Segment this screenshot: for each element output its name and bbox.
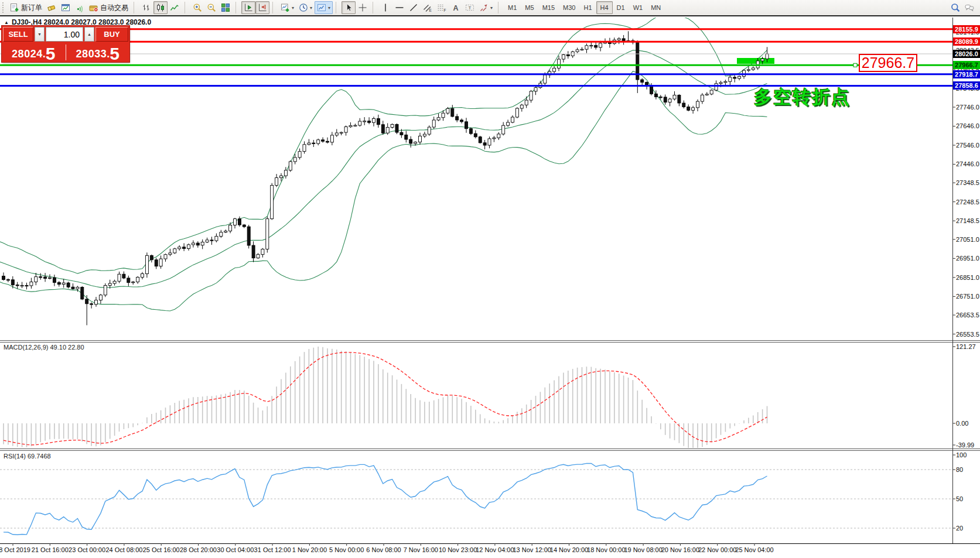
candle-body-bearish xyxy=(682,103,685,107)
cursor-button[interactable] xyxy=(342,1,356,14)
bid-frac: 5 xyxy=(46,47,56,60)
bar-chart-button[interactable] xyxy=(139,1,153,14)
tile-windows-button[interactable] xyxy=(218,1,233,14)
auto-scroll-button[interactable] xyxy=(241,1,255,14)
price-tick-label: 27446.0 xyxy=(956,160,979,167)
time-tick-label: 19 Nov 08:00 xyxy=(624,546,662,553)
time-tick-label: 25 Oct 16:00 xyxy=(143,546,180,553)
time-tick-label: 14 Nov 20:00 xyxy=(550,546,588,553)
timeframe-d1-button[interactable]: D1 xyxy=(613,1,629,14)
volume-decrease-button[interactable]: ▼ xyxy=(35,27,45,42)
line-chart-button[interactable] xyxy=(168,1,182,14)
candle-body-bullish xyxy=(752,68,754,70)
timeframe-m1-button[interactable]: M1 xyxy=(504,1,521,14)
annotation-text[interactable]: 多空转折点 xyxy=(754,85,851,109)
templates-dropdown-arrow-icon[interactable]: ▾ xyxy=(328,5,330,11)
candle-body-bullish xyxy=(99,295,102,300)
rsi-tick-label: 20 xyxy=(956,525,979,532)
candle-body-bullish xyxy=(132,282,135,282)
candle-body-bullish xyxy=(192,243,194,245)
candle-body-bullish xyxy=(437,118,440,120)
auto-scroll-icon xyxy=(244,3,253,12)
market-watch-window-button[interactable] xyxy=(59,1,73,14)
zoom-out-button[interactable] xyxy=(204,1,218,14)
timeframe-m5-button[interactable]: M5 xyxy=(521,1,538,14)
bollinger-lower-band[interactable] xyxy=(0,71,767,311)
candle-body-bullish xyxy=(169,253,172,255)
candle-body-bearish xyxy=(451,108,454,117)
candle-body-bullish xyxy=(220,232,223,237)
new-chart-button[interactable]: ▾ xyxy=(278,1,296,14)
trendline-button[interactable] xyxy=(407,1,421,14)
timeframe-h4-button[interactable]: H4 xyxy=(596,1,613,14)
candle-body-bullish xyxy=(493,138,496,139)
chart-shift-button[interactable] xyxy=(255,1,269,14)
templates-icon xyxy=(317,3,326,12)
vertical-line-button[interactable] xyxy=(378,1,392,14)
candle-body-bearish xyxy=(25,285,28,286)
text-button[interactable]: A xyxy=(449,1,463,14)
signals-button[interactable] xyxy=(73,1,87,14)
zoom-in-button[interactable] xyxy=(190,1,204,14)
arrows-button[interactable]: ▾ xyxy=(477,1,495,14)
candle-body-bearish xyxy=(11,280,14,285)
candle-body-bearish xyxy=(322,140,325,141)
candle-body-bullish xyxy=(49,278,52,278)
candle-body-bullish xyxy=(224,231,227,232)
period-profiles-icon xyxy=(299,3,308,12)
cursor-icon xyxy=(344,3,353,12)
trendline-icon xyxy=(409,3,418,12)
timeframe-h1-button[interactable]: H1 xyxy=(579,1,596,14)
price-tick-label: 26653.5 xyxy=(956,311,979,319)
price-callout-box[interactable]: 27966.7 xyxy=(859,54,917,72)
new-order-button[interactable]: 新订单 xyxy=(8,1,45,14)
styler-button[interactable] xyxy=(45,1,59,14)
timeframe-w1-button[interactable]: W1 xyxy=(629,1,647,14)
period-profiles-dropdown-arrow-icon[interactable]: ▾ xyxy=(310,5,312,11)
time-tick-label: 10 Nov 23:00 xyxy=(439,546,477,553)
candle-body-bullish xyxy=(668,99,671,102)
candle-body-bearish xyxy=(641,80,644,83)
timeframe-w1-label: W1 xyxy=(631,4,645,11)
fibonacci-button[interactable]: F xyxy=(435,1,449,14)
collapse-arrow-icon[interactable]: ▲ xyxy=(4,20,9,25)
ask-price[interactable]: 28033.5 xyxy=(66,43,130,62)
callout-anchor-marker[interactable] xyxy=(853,63,857,67)
templates-button[interactable]: ▾ xyxy=(315,1,333,14)
timeframe-m5-label: M5 xyxy=(523,4,535,11)
candle-body-bullish xyxy=(562,55,565,60)
equidistant-channel-button[interactable]: E xyxy=(421,1,435,14)
crosshair-button[interactable] xyxy=(356,1,370,14)
horizontal-line-button[interactable] xyxy=(392,1,407,14)
timeframe-m30-button[interactable]: M30 xyxy=(559,1,579,14)
timeframe-m15-button[interactable]: M15 xyxy=(538,1,559,14)
volume-input[interactable]: 1.00 xyxy=(46,27,83,42)
volume-increase-button[interactable]: ▲ xyxy=(84,27,94,42)
zoom-out-icon xyxy=(207,3,216,12)
candle-body-bearish xyxy=(566,55,569,56)
search-button[interactable] xyxy=(948,1,962,14)
price-tick-label: 27746.0 xyxy=(956,104,979,111)
toolbar-grip xyxy=(2,2,5,13)
candle-body-bullish xyxy=(62,283,65,284)
time-tick-label: 6 Nov 08:00 xyxy=(366,546,401,553)
text-label-button[interactable]: T xyxy=(463,1,477,14)
candle-body-bullish xyxy=(266,219,269,249)
bid-price[interactable]: 28024.5 xyxy=(2,43,66,62)
candle-body-bearish xyxy=(483,143,486,145)
autotrading-button[interactable]: 自动交易 xyxy=(87,1,131,14)
new-chart-dropdown-arrow-icon[interactable]: ▾ xyxy=(292,5,294,11)
candle-body-bullish xyxy=(710,90,713,94)
timeframe-mn-button[interactable]: MN xyxy=(647,1,665,14)
rsi-tick-label: 100 xyxy=(956,451,979,458)
period-profiles-button[interactable]: ▾ xyxy=(296,1,315,14)
svg-text:E: E xyxy=(429,8,432,12)
time-tick-label: 18 Nov 00:00 xyxy=(587,546,625,553)
candlestick-chart-button[interactable] xyxy=(153,1,168,14)
arrows-dropdown-arrow-icon[interactable]: ▾ xyxy=(490,5,493,11)
toolbar-separator xyxy=(498,2,501,13)
buy-button[interactable]: BUY xyxy=(95,27,128,42)
text-icon: A xyxy=(451,3,460,12)
chat-button[interactable] xyxy=(962,1,976,14)
sell-button[interactable]: SELL xyxy=(3,27,33,42)
